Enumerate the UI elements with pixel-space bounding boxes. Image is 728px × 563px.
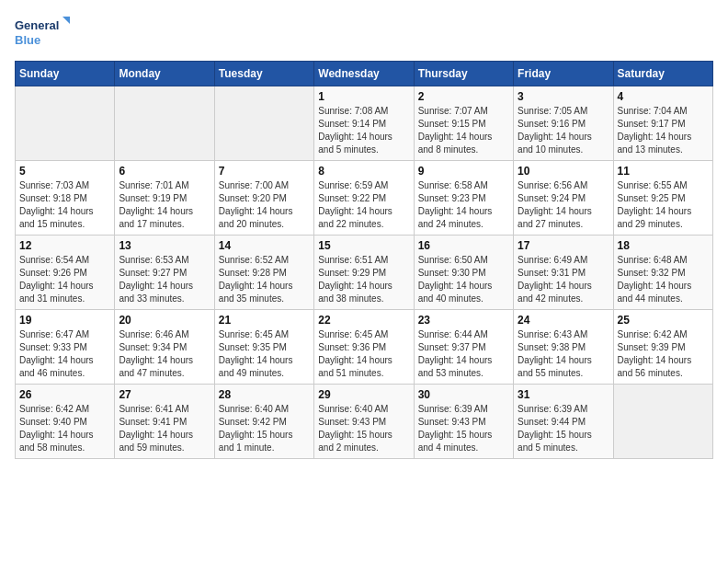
calendar-cell <box>214 86 313 161</box>
calendar-cell: 2Sunrise: 7:07 AM Sunset: 9:15 PM Daylig… <box>414 86 513 161</box>
calendar-week-5: 26Sunrise: 6:42 AM Sunset: 9:40 PM Dayli… <box>16 385 713 459</box>
day-number: 24 <box>518 314 609 327</box>
calendar-cell: 18Sunrise: 6:48 AM Sunset: 9:32 PM Dayli… <box>613 236 712 310</box>
day-info: Sunrise: 6:50 AM Sunset: 9:30 PM Dayligh… <box>418 254 509 305</box>
day-info: Sunrise: 7:04 AM Sunset: 9:17 PM Dayligh… <box>618 105 709 156</box>
day-number: 27 <box>119 388 210 401</box>
day-info: Sunrise: 6:49 AM Sunset: 9:31 PM Dayligh… <box>518 254 609 305</box>
day-header-sunday: Sunday <box>16 62 115 86</box>
day-info: Sunrise: 6:55 AM Sunset: 9:25 PM Dayligh… <box>618 179 709 231</box>
calendar-cell: 26Sunrise: 6:42 AM Sunset: 9:40 PM Dayli… <box>16 385 115 459</box>
day-number: 12 <box>19 239 110 252</box>
day-info: Sunrise: 6:39 AM Sunset: 9:43 PM Dayligh… <box>418 403 509 454</box>
calendar-cell: 10Sunrise: 6:56 AM Sunset: 9:24 PM Dayli… <box>514 161 613 236</box>
day-header-friday: Friday <box>514 62 613 86</box>
calendar-week-3: 12Sunrise: 6:54 AM Sunset: 9:26 PM Dayli… <box>16 236 713 310</box>
calendar-cell: 17Sunrise: 6:49 AM Sunset: 9:31 PM Dayli… <box>514 236 613 310</box>
day-number: 3 <box>518 90 609 103</box>
calendar-cell <box>115 86 214 161</box>
day-number: 7 <box>219 165 310 178</box>
day-info: Sunrise: 6:52 AM Sunset: 9:28 PM Dayligh… <box>219 254 310 305</box>
day-info: Sunrise: 6:48 AM Sunset: 9:32 PM Dayligh… <box>618 254 709 305</box>
day-number: 14 <box>219 239 310 252</box>
day-number: 8 <box>318 165 409 178</box>
day-info: Sunrise: 6:44 AM Sunset: 9:37 PM Dayligh… <box>418 328 509 380</box>
day-info: Sunrise: 6:56 AM Sunset: 9:24 PM Dayligh… <box>518 179 609 231</box>
logo: General Blue <box>15 15 70 52</box>
calendar-cell: 25Sunrise: 6:42 AM Sunset: 9:39 PM Dayli… <box>613 310 712 385</box>
day-info: Sunrise: 6:40 AM Sunset: 9:43 PM Dayligh… <box>318 403 409 454</box>
day-header-thursday: Thursday <box>414 62 513 86</box>
calendar-cell: 1Sunrise: 7:08 AM Sunset: 9:14 PM Daylig… <box>314 86 414 161</box>
day-info: Sunrise: 6:43 AM Sunset: 9:38 PM Dayligh… <box>518 328 609 380</box>
day-info: Sunrise: 6:59 AM Sunset: 9:22 PM Dayligh… <box>318 179 409 231</box>
calendar-week-2: 5Sunrise: 7:03 AM Sunset: 9:18 PM Daylig… <box>16 161 713 236</box>
day-info: Sunrise: 6:58 AM Sunset: 9:23 PM Dayligh… <box>418 179 509 231</box>
svg-text:Blue: Blue <box>15 33 40 47</box>
day-number: 28 <box>219 388 310 401</box>
day-number: 25 <box>618 314 709 327</box>
day-number: 22 <box>318 314 409 327</box>
calendar-cell: 5Sunrise: 7:03 AM Sunset: 9:18 PM Daylig… <box>16 161 115 236</box>
day-number: 23 <box>418 314 509 327</box>
day-info: Sunrise: 6:51 AM Sunset: 9:29 PM Dayligh… <box>318 254 409 305</box>
calendar-cell: 27Sunrise: 6:41 AM Sunset: 9:41 PM Dayli… <box>115 385 214 459</box>
day-info: Sunrise: 6:42 AM Sunset: 9:40 PM Dayligh… <box>19 403 110 454</box>
day-info: Sunrise: 7:03 AM Sunset: 9:18 PM Dayligh… <box>19 179 110 231</box>
day-header-wednesday: Wednesday <box>314 62 414 86</box>
day-number: 17 <box>518 239 609 252</box>
day-number: 16 <box>418 239 509 252</box>
calendar-cell: 19Sunrise: 6:47 AM Sunset: 9:33 PM Dayli… <box>16 310 115 385</box>
day-number: 19 <box>19 314 110 327</box>
day-header-saturday: Saturday <box>613 62 712 86</box>
calendar-cell: 30Sunrise: 6:39 AM Sunset: 9:43 PM Dayli… <box>414 385 513 459</box>
calendar-cell: 16Sunrise: 6:50 AM Sunset: 9:30 PM Dayli… <box>414 236 513 310</box>
day-number: 26 <box>19 388 110 401</box>
calendar-cell: 31Sunrise: 6:39 AM Sunset: 9:44 PM Dayli… <box>514 385 613 459</box>
day-number: 6 <box>119 165 210 178</box>
day-number: 11 <box>618 165 709 178</box>
calendar-table: SundayMondayTuesdayWednesdayThursdayFrid… <box>15 61 713 459</box>
calendar-cell: 7Sunrise: 7:00 AM Sunset: 9:20 PM Daylig… <box>214 161 313 236</box>
day-info: Sunrise: 6:41 AM Sunset: 9:41 PM Dayligh… <box>119 403 210 454</box>
day-number: 29 <box>318 388 409 401</box>
calendar-cell: 8Sunrise: 6:59 AM Sunset: 9:22 PM Daylig… <box>314 161 414 236</box>
calendar-cell: 23Sunrise: 6:44 AM Sunset: 9:37 PM Dayli… <box>414 310 513 385</box>
day-number: 18 <box>618 239 709 252</box>
day-info: Sunrise: 6:47 AM Sunset: 9:33 PM Dayligh… <box>19 328 110 380</box>
day-info: Sunrise: 6:46 AM Sunset: 9:34 PM Dayligh… <box>119 328 210 380</box>
calendar-cell: 13Sunrise: 6:53 AM Sunset: 9:27 PM Dayli… <box>115 236 214 310</box>
day-number: 9 <box>418 165 509 178</box>
calendar-cell: 9Sunrise: 6:58 AM Sunset: 9:23 PM Daylig… <box>414 161 513 236</box>
day-number: 4 <box>618 90 709 103</box>
calendar-cell: 4Sunrise: 7:04 AM Sunset: 9:17 PM Daylig… <box>613 86 712 161</box>
calendar-week-4: 19Sunrise: 6:47 AM Sunset: 9:33 PM Dayli… <box>16 310 713 385</box>
calendar-cell <box>16 86 115 161</box>
day-number: 30 <box>418 388 509 401</box>
day-header-tuesday: Tuesday <box>214 62 313 86</box>
day-number: 5 <box>19 165 110 178</box>
day-number: 13 <box>119 239 210 252</box>
calendar-week-1: 1Sunrise: 7:08 AM Sunset: 9:14 PM Daylig… <box>16 86 713 161</box>
calendar-cell: 14Sunrise: 6:52 AM Sunset: 9:28 PM Dayli… <box>214 236 313 310</box>
day-info: Sunrise: 7:01 AM Sunset: 9:19 PM Dayligh… <box>119 179 210 231</box>
calendar-header-row: SundayMondayTuesdayWednesdayThursdayFrid… <box>16 62 713 86</box>
day-number: 1 <box>318 90 409 103</box>
day-info: Sunrise: 7:08 AM Sunset: 9:14 PM Dayligh… <box>318 105 409 156</box>
day-info: Sunrise: 7:00 AM Sunset: 9:20 PM Dayligh… <box>219 179 310 231</box>
calendar-cell <box>613 385 712 459</box>
calendar-cell: 24Sunrise: 6:43 AM Sunset: 9:38 PM Dayli… <box>514 310 613 385</box>
calendar-cell: 6Sunrise: 7:01 AM Sunset: 9:19 PM Daylig… <box>115 161 214 236</box>
calendar-cell: 29Sunrise: 6:40 AM Sunset: 9:43 PM Dayli… <box>314 385 414 459</box>
svg-text:General: General <box>15 18 59 32</box>
day-info: Sunrise: 6:39 AM Sunset: 9:44 PM Dayligh… <box>518 403 609 454</box>
calendar-cell: 15Sunrise: 6:51 AM Sunset: 9:29 PM Dayli… <box>314 236 414 310</box>
day-number: 21 <box>219 314 310 327</box>
day-header-monday: Monday <box>115 62 214 86</box>
day-info: Sunrise: 6:45 AM Sunset: 9:36 PM Dayligh… <box>318 328 409 380</box>
day-info: Sunrise: 7:05 AM Sunset: 9:16 PM Dayligh… <box>518 105 609 156</box>
header: General Blue <box>15 15 713 52</box>
calendar-cell: 21Sunrise: 6:45 AM Sunset: 9:35 PM Dayli… <box>214 310 313 385</box>
day-info: Sunrise: 6:45 AM Sunset: 9:35 PM Dayligh… <box>219 328 310 380</box>
day-info: Sunrise: 7:07 AM Sunset: 9:15 PM Dayligh… <box>418 105 509 156</box>
